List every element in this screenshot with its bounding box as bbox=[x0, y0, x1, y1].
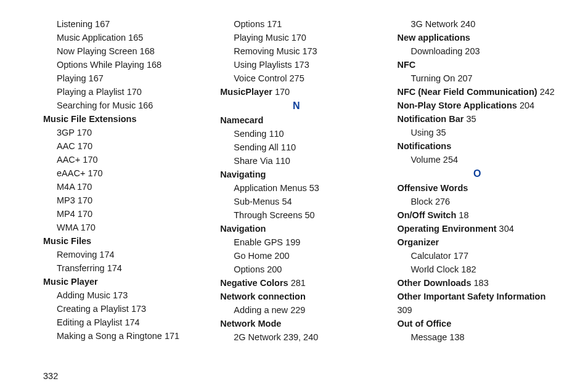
index-subentry: Downloading 203 bbox=[397, 44, 557, 58]
index-subentry: Sub-Menus 54 bbox=[220, 195, 372, 208]
index-heading: Network connection bbox=[220, 290, 372, 303]
index-subentry: 3GP 170 bbox=[43, 126, 195, 139]
columns-container: Listening 167Music Application 165Now Pl… bbox=[43, 17, 557, 344]
index-subentry-label: eAAC+ bbox=[57, 168, 85, 178]
index-page-ref: 200 bbox=[267, 264, 282, 274]
index-page-ref: 275 bbox=[290, 73, 304, 83]
index-subentry: Turning On 207 bbox=[397, 71, 557, 85]
index-page-ref: 50 bbox=[304, 210, 314, 220]
section-letter: N bbox=[220, 99, 372, 113]
index-page-ref: 203 bbox=[465, 46, 480, 56]
index-heading-label: Non-Play Store Applications bbox=[397, 100, 517, 110]
index-page-ref: 170 bbox=[292, 33, 306, 43]
index-page-ref: 281 bbox=[291, 278, 306, 288]
index-subentry-label: Calculator bbox=[410, 251, 451, 261]
index-page-ref: 168 bbox=[140, 46, 155, 56]
index-subentry: Sending 110 bbox=[220, 127, 372, 141]
index-subentry-label: Enable GPS bbox=[234, 237, 283, 247]
index-heading: Network Mode bbox=[220, 317, 372, 330]
index-subentry-label: Now Playing Screen bbox=[57, 46, 137, 56]
section-letter: O bbox=[397, 166, 557, 181]
index-subentry-label: Removing bbox=[57, 250, 97, 259]
index-subentry-label: Volume bbox=[410, 155, 440, 165]
index-subentry: Sending All 110 bbox=[220, 141, 372, 154]
index-subentry: Playing 167 bbox=[43, 71, 195, 85]
index-subentry: Searching for Music 166 bbox=[43, 99, 195, 112]
index-heading: Navigation bbox=[220, 222, 372, 235]
index-subentry-label: World Clock bbox=[410, 264, 459, 274]
index-subentry: MP3 170 bbox=[43, 194, 195, 207]
index-heading-label: Operating Environment bbox=[397, 224, 496, 234]
index-page-ref: 183 bbox=[474, 278, 489, 288]
index-subentry-label: Downloading bbox=[410, 46, 462, 56]
index-page-ref: 166 bbox=[138, 100, 153, 110]
index-subentry-label: Creating a Playlist bbox=[57, 304, 129, 314]
index-subentry: eAAC+ 170 bbox=[43, 166, 195, 180]
index-subentry-label: Making a Song a Ringtone bbox=[57, 331, 162, 341]
index-page-ref: 174 bbox=[107, 263, 122, 273]
index-subentry-label: Using bbox=[410, 128, 433, 137]
index-subentry: Enable GPS 199 bbox=[220, 235, 372, 249]
index-page-ref: 138 bbox=[449, 332, 464, 342]
index-heading: Music Player bbox=[43, 275, 195, 288]
index-page-ref: 239, 240 bbox=[284, 332, 318, 342]
index-heading: Notification Bar 35 bbox=[397, 112, 557, 126]
index-subentry-label: Adding a new bbox=[234, 305, 288, 315]
index-subentry-label: Searching for Music bbox=[57, 100, 136, 110]
index-subentry-label: MP4 bbox=[57, 209, 75, 219]
index-heading-label: Negative Colors bbox=[220, 278, 288, 288]
index-subentry-label: Voice Control bbox=[234, 73, 287, 83]
index-subentry-label: Transferring bbox=[57, 263, 105, 273]
index-page-ref: 110 bbox=[269, 129, 284, 139]
index-subentry: AAC 170 bbox=[43, 139, 195, 153]
index-subentry: Adding a new 229 bbox=[220, 303, 372, 317]
index-heading-label: MusicPlayer bbox=[220, 87, 272, 97]
index-subentry-label: Options While Playing bbox=[57, 60, 144, 70]
index-subentry-label: Share Via bbox=[234, 156, 272, 166]
index-subentry: Go Home 200 bbox=[220, 249, 372, 263]
index-subentry: Block 276 bbox=[397, 195, 557, 208]
index-subentry: Using Playlists 173 bbox=[220, 58, 372, 71]
index-subentry-label: Editing a Playlist bbox=[57, 317, 122, 327]
index-page-ref: 110 bbox=[276, 156, 290, 166]
index-heading-label: NFC (Near Field Communication) bbox=[397, 87, 537, 97]
index-page-ref: 171 bbox=[165, 331, 179, 341]
index-subentry: Message 138 bbox=[397, 330, 557, 344]
index-subentry: Playing Music 170 bbox=[220, 31, 372, 44]
index-heading: New applications bbox=[397, 31, 557, 44]
index-subentry-label: AAC bbox=[57, 141, 75, 151]
index-subentry: Options 171 bbox=[220, 17, 372, 31]
index-subentry: MP4 170 bbox=[43, 207, 195, 221]
index-page-ref: 170 bbox=[275, 87, 290, 97]
index-subentry: World Clock 182 bbox=[397, 263, 557, 276]
index-page-ref: 173 bbox=[131, 304, 146, 314]
index-heading: Notifications bbox=[397, 139, 557, 153]
index-page-ref: 170 bbox=[77, 182, 92, 192]
index-page-ref: 170 bbox=[78, 209, 92, 219]
index-subentry: Playing a Playlist 170 bbox=[43, 85, 195, 99]
index-subentry-label: Playing Music bbox=[234, 33, 288, 43]
index-subentry: Volume 254 bbox=[397, 153, 557, 166]
index-heading: Offensive Words bbox=[397, 181, 557, 195]
index-subentry: Share Via 110 bbox=[220, 154, 372, 168]
index-subentry: Options While Playing 168 bbox=[43, 58, 195, 71]
index-heading: MusicPlayer 170 bbox=[220, 85, 372, 99]
index-subentry: Listening 167 bbox=[43, 17, 195, 31]
index-subentry: Using 35 bbox=[397, 126, 557, 139]
index-page-ref: 165 bbox=[128, 33, 143, 43]
index-page-ref: 35 bbox=[466, 114, 476, 124]
index-page-ref: 276 bbox=[435, 197, 450, 206]
index-subentry-label: Sending All bbox=[234, 142, 279, 152]
index-page-ref: 167 bbox=[95, 19, 110, 29]
index-page-ref: 170 bbox=[83, 155, 97, 165]
index-subentry: 3G Network 240 bbox=[397, 17, 557, 31]
index-heading: On/Off Switch 18 bbox=[397, 208, 557, 222]
index-subentry: Music Application 165 bbox=[43, 31, 195, 44]
index-subentry-label: 3GP bbox=[57, 128, 75, 137]
index-page-ref: 170 bbox=[81, 223, 96, 232]
index-subentry-label: Options bbox=[234, 19, 264, 29]
index-page-ref: 170 bbox=[77, 128, 92, 137]
index-subentry: Transferring 174 bbox=[43, 261, 195, 275]
index-subentry-label: Playing a Playlist bbox=[57, 87, 125, 97]
index-subentry-label: Removing Music bbox=[234, 46, 300, 56]
